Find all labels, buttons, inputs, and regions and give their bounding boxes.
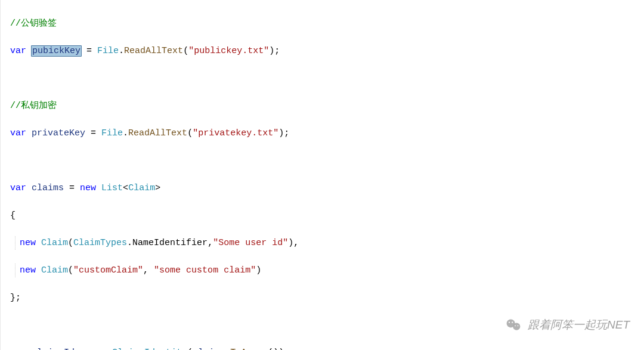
selected-identifier: pubickKey [31, 45, 82, 57]
code-line[interactable] [10, 318, 644, 332]
code-line[interactable]: var privateKey = File.ReadAllText("priva… [10, 126, 644, 140]
code-area[interactable]: //公钥验签 var pubickKey = File.ReadAllText(… [1, 0, 644, 350]
code-line[interactable]: }; [10, 291, 644, 305]
comment: //私钥加密 [10, 101, 57, 111]
code-line[interactable]: var pubickKey = File.ReadAllText("public… [10, 44, 644, 58]
code-line[interactable]: //私钥加密 [10, 99, 644, 113]
code-line[interactable]: //公钥验签 [10, 17, 644, 30]
code-line[interactable] [10, 72, 644, 85]
code-line[interactable]: new Claim(ClaimTypes.NameIdentifier,"Som… [10, 236, 644, 250]
comment: //公钥验签 [10, 18, 57, 29]
code-line[interactable]: var claimsId = new ClaimsIdentity(claims… [10, 346, 644, 350]
code-line[interactable] [10, 154, 644, 168]
code-editor[interactable]: //公钥验签 var pubickKey = File.ReadAllText(… [0, 0, 644, 350]
code-line[interactable]: { [10, 209, 644, 222]
code-line[interactable]: new Claim("customClaim", "some custom cl… [10, 264, 644, 277]
code-line[interactable]: var claims = new List<Claim> [10, 181, 644, 195]
